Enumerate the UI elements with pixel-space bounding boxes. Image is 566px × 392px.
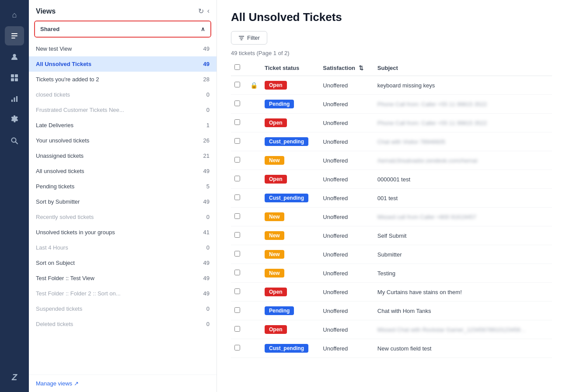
row-checkbox[interactable] — [234, 101, 240, 106]
row-checkbox-cell — [231, 339, 247, 358]
sidebar-view-item[interactable]: Deleted tickets0 — [29, 316, 217, 332]
sidebar-view-item[interactable]: Test Folder :: Folder 2 :: Sort on...49 — [29, 286, 217, 301]
sidebar-view-item[interactable]: New test View49 — [29, 41, 217, 56]
refresh-icon[interactable]: ↻ — [198, 7, 204, 15]
row-checkbox[interactable] — [234, 288, 240, 294]
sidebar-item-count: 0 — [206, 305, 210, 312]
row-subject-cell[interactable]: 001 test — [374, 189, 552, 208]
row-checkbox[interactable] — [234, 326, 240, 332]
search-nav-item[interactable] — [5, 131, 24, 150]
select-all-col — [231, 60, 247, 76]
sidebar-view-item[interactable]: All Unsolved Tickets49 — [29, 56, 217, 72]
sidebar-view-item[interactable]: Your unsolved tickets26 — [29, 133, 217, 148]
sidebar-view-item[interactable]: Pending tickets5 — [29, 179, 217, 194]
sidebar-view-item[interactable]: Tickets you're added to 228 — [29, 72, 217, 87]
row-lock-cell — [247, 302, 261, 320]
charts-nav-item[interactable] — [5, 89, 24, 108]
row-lock-cell — [247, 264, 261, 283]
row-subject-cell[interactable]: Phone Call from: Caller +55 11 99815 352… — [374, 114, 552, 132]
row-satisfaction-cell: Unoffered — [319, 320, 374, 339]
row-checkbox[interactable] — [234, 213, 240, 219]
row-subject-cell[interactable]: Chat with Hom Tanks — [374, 302, 552, 320]
shared-header[interactable]: Shared ∧ — [35, 21, 210, 37]
row-checkbox[interactable] — [234, 194, 240, 200]
row-checkbox[interactable] — [234, 119, 240, 125]
manage-views-link[interactable]: Manage views ↗ — [29, 375, 217, 392]
table-row: NewUnofferedSelf Submit — [231, 226, 552, 245]
row-checkbox[interactable] — [234, 232, 240, 238]
sidebar-view-item[interactable]: Suspended tickets0 — [29, 301, 217, 316]
sidebar-view-item[interactable]: All unsolved tickets49 — [29, 163, 217, 179]
row-status-cell: New — [261, 264, 319, 283]
row-subject-cell[interactable]: My Curtains have stains on them! — [374, 283, 552, 302]
svg-rect-0 — [11, 33, 17, 34]
row-satisfaction-cell: Unoffered — [319, 189, 374, 208]
status-badge: Open — [265, 288, 287, 296]
row-checkbox-cell — [231, 208, 247, 226]
settings-nav-item[interactable] — [5, 110, 24, 129]
row-checkbox[interactable] — [234, 251, 240, 257]
select-all-checkbox[interactable] — [234, 64, 240, 70]
row-subject-cell[interactable]: Missed Chat with Rockstar Gamer_12345678… — [374, 320, 552, 339]
users-nav-item[interactable] — [5, 47, 24, 66]
subject-text: 001 test — [377, 195, 398, 201]
subject-text: Chat with Visitor 78946605 — [377, 139, 445, 145]
row-checkbox[interactable] — [234, 176, 240, 181]
row-subject-cell[interactable]: Submitter — [374, 245, 552, 264]
row-subject-cell[interactable]: Testing — [374, 264, 552, 283]
sidebar-view-item[interactable]: Frustrated Customer Tickets Nee...0 — [29, 102, 217, 118]
table-row: OpenUnofferedMissed Chat with Rockstar G… — [231, 320, 552, 339]
row-checkbox[interactable] — [234, 345, 240, 350]
row-satisfaction-cell: Unoffered — [319, 264, 374, 283]
table-row: Cust_pendingUnofferedNew custom field te… — [231, 339, 552, 358]
row-lock-cell — [247, 95, 261, 114]
subject-text: 0000001 test — [377, 176, 410, 183]
sidebar-view-item[interactable]: Unsolved tickets in your groups41 — [29, 225, 217, 240]
row-subject-cell[interactable]: Aernalz3nsalvador.zendesk.com/Aernaì — [374, 151, 552, 170]
sidebar-item-count: 0 — [206, 107, 210, 113]
home-nav-item[interactable]: ⌂ — [5, 5, 24, 24]
row-checkbox[interactable] — [234, 82, 240, 87]
subject-text: Chat with Hom Tanks — [377, 308, 431, 314]
sidebar-item-count: 5 — [206, 183, 210, 190]
subject-col-header[interactable]: Subject — [374, 60, 552, 76]
views-header: Views ↻ ‹ — [29, 0, 217, 19]
row-subject-cell[interactable]: Self Submit — [374, 226, 552, 245]
subject-text: New custom field test — [377, 345, 432, 352]
tickets-nav-item[interactable] — [5, 26, 24, 45]
svg-rect-2 — [11, 38, 15, 38]
sidebar-view-item[interactable]: Sort by Submitter49 — [29, 194, 217, 209]
status-col-header[interactable]: Ticket status — [261, 60, 319, 76]
row-subject-cell[interactable]: Missed call from Caller +800 91619457 — [374, 208, 552, 226]
row-subject-cell[interactable]: New custom field test — [374, 339, 552, 358]
row-status-cell: Cust_pending — [261, 132, 319, 151]
sidebar-item-label: All Unsolved Tickets — [36, 61, 203, 67]
row-subject-cell[interactable]: 0000001 test — [374, 170, 552, 189]
sidebar-view-item[interactable]: Late Deliveries1 — [29, 118, 217, 133]
icon-nav: ⌂ Z — [0, 0, 29, 392]
row-checkbox-cell — [231, 264, 247, 283]
collapse-icon[interactable]: ‹ — [207, 7, 210, 15]
sidebar-view-item[interactable]: Sort on Subject49 — [29, 255, 217, 271]
sidebar-view-item[interactable]: Last 4 Hours0 — [29, 240, 217, 255]
filter-button[interactable]: Filter — [231, 31, 267, 45]
row-checkbox[interactable] — [234, 270, 240, 275]
sidebar-view-item[interactable]: Unassigned tickets21 — [29, 148, 217, 163]
sidebar-view-item[interactable]: Recently solved tickets0 — [29, 209, 217, 225]
row-subject-cell[interactable]: Chat with Visitor 78946605 — [374, 132, 552, 151]
row-checkbox[interactable] — [234, 307, 240, 313]
sidebar-view-item[interactable]: closed tickets0 — [29, 87, 217, 102]
row-status-cell: Open — [261, 283, 319, 302]
views-list: New test View49All Unsolved Tickets49Tic… — [29, 41, 217, 375]
row-subject-cell[interactable]: Phone Call from: Caller +55 11 99815 352… — [374, 95, 552, 114]
row-subject-cell[interactable]: keyboard missing keys — [374, 76, 552, 95]
zendesk-logo: Z — [5, 368, 24, 387]
sidebar-item-label: Test Folder :: Folder 2 :: Sort on... — [36, 290, 203, 297]
row-checkbox[interactable] — [234, 157, 240, 163]
reporting-nav-item[interactable] — [5, 68, 24, 87]
sidebar-view-item[interactable]: Test Folder :: Test View49 — [29, 271, 217, 286]
row-checkbox[interactable] — [234, 138, 240, 144]
satisfaction-col-header[interactable]: Satisfaction ⇅ — [319, 60, 374, 76]
row-status-cell: Open — [261, 76, 319, 95]
row-satisfaction-cell: Unoffered — [319, 151, 374, 170]
